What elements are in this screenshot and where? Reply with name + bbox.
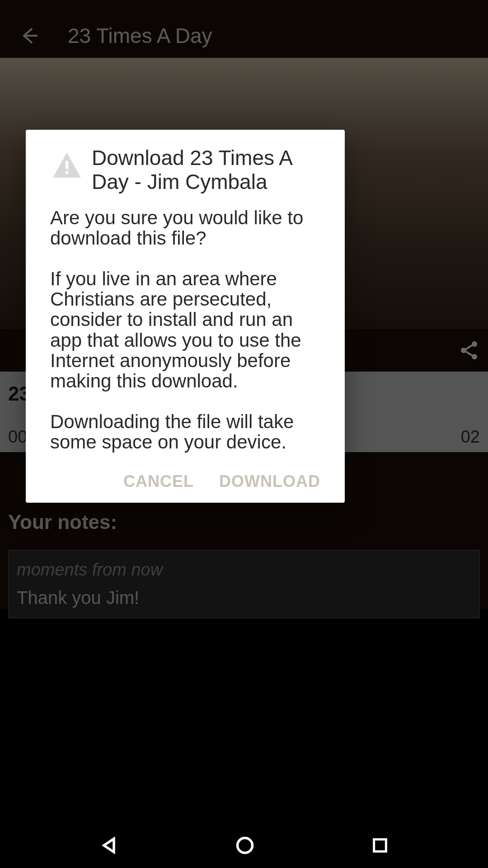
svg-rect-6 (374, 840, 386, 852)
dialog-paragraph-1: Are you sure you would like to download … (50, 208, 320, 249)
nav-back-icon[interactable] (99, 835, 119, 857)
warning-icon (50, 150, 84, 183)
nav-home-icon[interactable] (235, 835, 255, 857)
cancel-button[interactable]: CANCEL (123, 472, 194, 491)
nav-recent-icon[interactable] (371, 836, 389, 856)
dialog-body: Are you sure you would like to download … (50, 208, 320, 453)
dialog-actions: CANCEL DOWNLOAD (50, 472, 320, 491)
dialog-paragraph-3: Downloading the file will take some spac… (50, 411, 320, 453)
dialog-paragraph-2: If you live in an area where Christians … (50, 269, 320, 392)
svg-point-5 (237, 838, 252, 853)
dialog-title: Download 23 Times A Day - Jim Cymbala (92, 146, 320, 194)
download-dialog: Download 23 Times A Day - Jim Cymbala Ar… (26, 130, 345, 503)
svg-rect-3 (66, 161, 68, 170)
android-nav-bar (0, 825, 488, 868)
download-button[interactable]: DOWNLOAD (219, 472, 320, 491)
app-root: 23 Times A Day 23 00 02 Your notes: (0, 0, 488, 868)
svg-rect-4 (66, 171, 68, 174)
